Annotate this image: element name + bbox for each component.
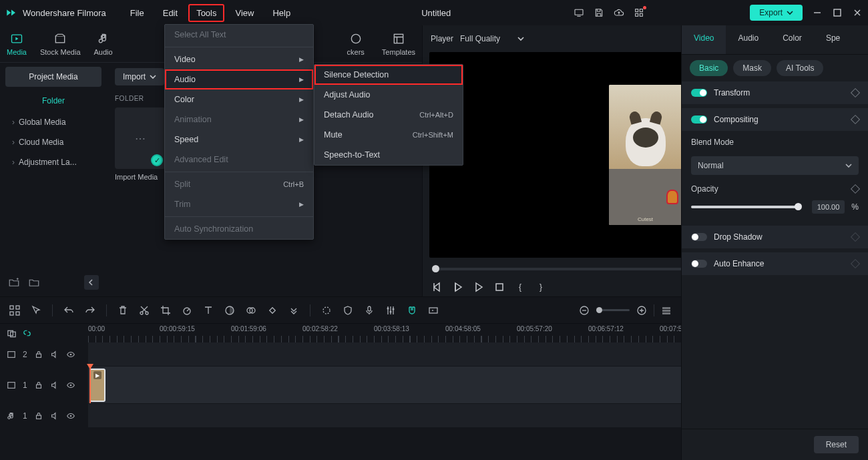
toggle-auto-enhance[interactable] [691,260,707,268]
sm-speech-to-text[interactable]: Speech-to-Text [314,145,463,165]
timeline-ruler[interactable]: 00:00 00:00:59:15 00:01:59:06 00:02:58:2… [88,324,681,342]
row-transform[interactable]: Transform [682,81,868,104]
new-bin-icon[interactable] [28,276,40,288]
video-clip[interactable] [89,369,105,402]
render-icon[interactable] [428,305,439,316]
redo-icon[interactable] [85,305,95,316]
dd-audio[interactable]: Audio▶ [165,69,313,89]
tab-media[interactable]: Media [7,32,27,56]
mic-icon[interactable] [364,305,375,316]
undo-icon[interactable] [63,305,74,316]
link-icon[interactable] [22,328,32,338]
folder-label[interactable]: Folder [5,91,101,112]
sub-tab-basic[interactable]: Basic [690,60,728,76]
menu-file[interactable]: File [122,4,152,22]
save-icon[interactable] [594,7,604,18]
menu-edit[interactable]: Edit [155,4,186,22]
blend-mode-select[interactable]: Normal [691,156,859,175]
tab-stickers[interactable]: ckers [347,32,365,56]
lock-icon[interactable] [34,381,43,390]
cut-icon[interactable] [139,305,150,316]
collapse-sidebar-button[interactable] [84,275,99,290]
insp-tab-audio[interactable]: Audio [726,25,771,54]
row-auto-enhance[interactable]: Auto Enhance [682,252,868,275]
sm-adjust-audio[interactable]: Adjust Audio [314,85,463,105]
keyframe-icon[interactable] [851,232,860,242]
eye-icon[interactable] [66,381,75,390]
zoom-slider[interactable] [596,309,630,311]
sidebar-item-cloud-media[interactable]: ›Cloud Media [5,132,101,152]
shield-icon[interactable] [343,305,353,316]
keyframe-icon[interactable] [851,88,860,97]
sm-silence-detection[interactable]: Silence Detection [314,65,463,85]
menu-help[interactable]: Help [264,4,298,22]
track-a1-body[interactable] [88,404,681,428]
pointer-icon[interactable] [31,305,41,316]
playhead[interactable] [89,367,91,403]
tab-audio[interactable]: Audio [94,32,113,56]
more-icon[interactable] [288,305,299,316]
dd-speed[interactable]: Speed▶ [165,130,313,150]
window-maximize-icon[interactable] [832,7,843,18]
mute-icon[interactable] [50,411,59,421]
magnet-icon[interactable] [407,305,417,316]
row-drop-shadow[interactable]: Drop Shadow [682,226,868,248]
lock-icon[interactable] [34,411,43,421]
insp-tab-speed[interactable]: Spe [814,25,852,54]
track-v2-body[interactable] [88,342,681,367]
dd-color[interactable]: Color▶ [165,89,313,109]
sidebar-item-adjustment-layer[interactable]: ›Adjustment La... [5,152,101,172]
track-layout-icon[interactable] [661,305,672,316]
play-pause-icon[interactable] [453,282,463,292]
menu-tools[interactable]: Tools [188,4,224,22]
project-media-button[interactable]: Project Media [5,67,101,87]
crop-icon[interactable] [160,305,171,316]
track-overlap-icon[interactable] [7,328,17,338]
toggle-compositing[interactable] [691,116,707,124]
export-button[interactable]: Export [750,5,803,21]
insp-tab-video[interactable]: Video [682,25,726,54]
apps-icon[interactable] [634,7,644,18]
mute-icon[interactable] [50,350,59,359]
opacity-slider[interactable] [691,206,799,208]
device-icon[interactable] [574,7,584,18]
sm-mute[interactable]: MuteCtrl+Shift+M [314,125,463,145]
eye-icon[interactable] [66,411,75,421]
mixer-icon[interactable] [385,305,396,316]
opacity-value[interactable]: 100.00 [812,200,845,214]
color-icon[interactable] [224,305,235,316]
trash-icon[interactable] [118,305,128,316]
track-v1-body[interactable] [88,367,681,404]
lock-icon[interactable] [34,350,43,359]
keyframe-tool-icon[interactable] [267,305,278,316]
sub-tab-ai-tools[interactable]: AI Tools [777,60,823,76]
speed-icon[interactable] [182,305,192,316]
quality-select[interactable]: Full Quality [460,34,524,43]
cloud-upload-icon[interactable] [614,7,624,18]
import-button[interactable]: Import [115,68,164,85]
dd-video[interactable]: Video▶ [165,49,313,69]
sidebar-item-global-media[interactable]: ›Global Media [5,112,101,132]
window-minimize-icon[interactable] [812,7,823,18]
sub-tab-mask[interactable]: Mask [733,60,771,76]
play-icon[interactable] [473,282,484,292]
tab-stock-media[interactable]: Stock Media [40,32,81,56]
toggle-drop-shadow[interactable] [691,233,707,241]
zoom-out-icon[interactable] [579,305,590,316]
grid-icon[interactable] [9,305,20,316]
keyframe-icon[interactable] [851,184,860,194]
prev-frame-icon[interactable] [432,282,443,292]
stop-icon[interactable] [494,282,505,292]
row-compositing[interactable]: Compositing [682,108,868,131]
mute-icon[interactable] [50,381,59,390]
new-folder-icon[interactable] [8,276,20,288]
marker-icon[interactable] [321,305,332,316]
tab-templates[interactable]: Templates [382,32,415,56]
keyframe-icon[interactable] [851,259,860,268]
keyframe-icon[interactable] [851,115,860,124]
text-icon[interactable] [203,305,214,316]
reset-button[interactable]: Reset [814,436,859,453]
insp-tab-color[interactable]: Color [771,25,814,54]
window-close-icon[interactable] [852,7,863,18]
menu-view[interactable]: View [227,4,262,22]
